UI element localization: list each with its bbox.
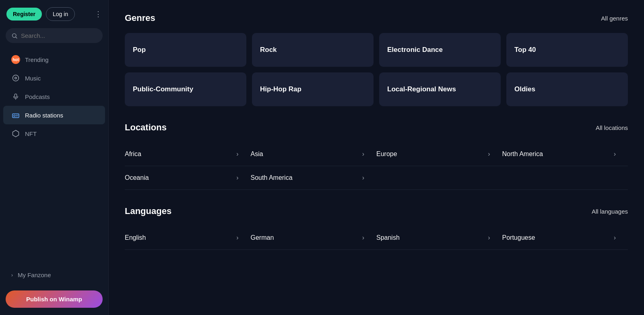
sidebar-item-radio[interactable]: Radio stations (3, 106, 105, 124)
locations-row-1: Africa › Asia › Europe › (125, 142, 628, 166)
more-options-icon[interactable]: ⋮ (95, 10, 102, 19)
svg-point-2 (13, 75, 19, 81)
language-cell-english[interactable]: English › (125, 226, 251, 250)
svg-point-3 (15, 77, 17, 79)
genre-card-pop[interactable]: Pop (125, 33, 246, 67)
sidebar: Register Log in ⋮ hot Trending Music (0, 0, 109, 315)
location-cell-south-america[interactable]: South America › (251, 166, 377, 190)
publish-button[interactable]: Publish on Winamp (6, 290, 103, 308)
language-cell-spanish[interactable]: Spanish › (376, 226, 502, 250)
login-button[interactable]: Log in (46, 7, 75, 21)
chevron-right-icon: › (488, 150, 490, 158)
location-cell-oceania[interactable]: Oceania › (125, 166, 251, 190)
genres-title: Genres (125, 13, 155, 23)
locations-section: Locations All locations Africa › Asia › (125, 122, 628, 190)
language-cell-german[interactable]: German › (251, 226, 377, 250)
nft-icon (11, 129, 20, 138)
register-button[interactable]: Register (6, 8, 42, 21)
languages-section: Languages All languages English › German (125, 206, 628, 250)
hot-icon: hot (11, 55, 20, 64)
genre-card-hiphop[interactable]: Hip-Hop Rap (252, 72, 374, 106)
chevron-right-icon: › (614, 234, 616, 241)
radio-icon (11, 111, 20, 119)
chevron-right-icon: › (236, 174, 238, 181)
all-locations-link[interactable]: All locations (596, 124, 628, 131)
microphone-icon (11, 92, 20, 101)
sidebar-item-trending[interactable]: hot Trending (3, 50, 105, 69)
location-cell-asia[interactable]: Asia › (251, 142, 377, 166)
languages-row-1: English › German › Spanish › (125, 226, 628, 250)
fanzone-item[interactable]: › My Fanzone (3, 267, 105, 283)
genre-card-top40[interactable]: Top 40 (506, 33, 628, 67)
chevron-right-icon: › (362, 234, 364, 241)
fanzone-chevron-icon: › (11, 272, 13, 278)
chevron-right-icon: › (488, 234, 490, 241)
genre-card-news[interactable]: Local-Regional News (379, 72, 501, 106)
all-languages-link[interactable]: All languages (592, 208, 628, 215)
search-icon (11, 33, 18, 39)
language-cell-portuguese[interactable]: Portuguese › (502, 226, 628, 250)
chevron-right-icon: › (614, 150, 616, 158)
genre-card-public-community[interactable]: Public-Community (125, 72, 246, 106)
music-icon (11, 74, 20, 82)
svg-line-1 (16, 37, 17, 38)
svg-point-7 (14, 115, 15, 117)
chevron-right-icon: › (362, 174, 364, 181)
locations-row-2: Oceania › South America › (125, 166, 628, 190)
genre-card-rock[interactable]: Rock (252, 33, 374, 67)
svg-marker-10 (13, 130, 19, 137)
genre-card-oldies[interactable]: Oldies (506, 72, 628, 106)
locations-table: Africa › Asia › Europe › (125, 142, 628, 190)
nav-menu: hot Trending Music Podcasts (0, 50, 108, 143)
location-cell-europe[interactable]: Europe › (376, 142, 502, 166)
location-cell-north-america[interactable]: North America › (502, 142, 628, 166)
languages-table: English › German › Spanish › (125, 226, 628, 250)
main-content: Genres All genres Pop Rock Electronic Da… (109, 0, 644, 315)
location-cell-africa[interactable]: Africa › (125, 142, 251, 166)
sidebar-item-podcasts[interactable]: Podcasts (3, 87, 105, 106)
locations-title: Locations (125, 122, 167, 133)
languages-title: Languages (125, 206, 171, 216)
chevron-right-icon: › (236, 234, 238, 241)
sidebar-item-nft[interactable]: NFT (3, 124, 105, 143)
genre-card-electronic[interactable]: Electronic Dance (379, 33, 501, 67)
search-box (6, 28, 103, 43)
genre-grid: Pop Rock Electronic Dance Top 40 Public-… (125, 33, 628, 106)
genres-section: Genres All genres Pop Rock Electronic Da… (125, 13, 628, 106)
all-genres-link[interactable]: All genres (601, 15, 628, 22)
chevron-right-icon: › (236, 150, 238, 158)
sidebar-item-music[interactable]: Music (3, 69, 105, 87)
svg-rect-4 (14, 94, 17, 97)
search-input[interactable] (21, 32, 97, 39)
chevron-right-icon: › (362, 150, 364, 158)
